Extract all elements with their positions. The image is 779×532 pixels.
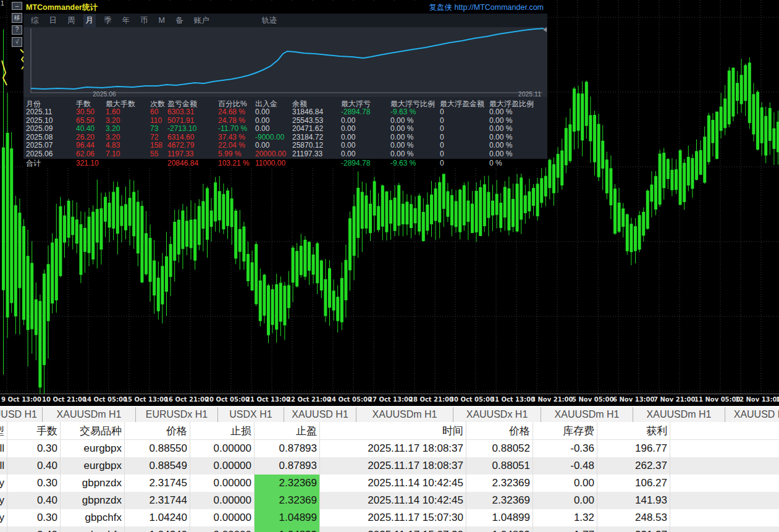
- stats-table-row[interactable]: 2025.1065.503.201105071.9124.78 %0.00255…: [23, 117, 547, 125]
- trade-cell: buy: [0, 475, 7, 492]
- trade-cell: 2025.11.14 10:42:45: [320, 475, 466, 492]
- help-button[interactable]: ?: [12, 25, 22, 35]
- trade-table-row[interactable]: buy0.30gbpchfx1.042400.000001.048992025.…: [0, 509, 779, 526]
- candle-body: [173, 222, 176, 261]
- panel-title: MTCommander统计: [26, 2, 98, 13]
- chart-tab-usdx-h1[interactable]: USDX H1: [218, 407, 284, 422]
- menu-item-轨迹[interactable]: 轨迹: [259, 14, 279, 27]
- menu-item-日[interactable]: 日: [47, 14, 60, 27]
- menu-item-季[interactable]: 季: [101, 14, 114, 27]
- candle-body: [752, 94, 755, 134]
- trade-table-row[interactable]: sell0.30eurgbpx0.885500.000000.878932025…: [0, 440, 779, 457]
- trade-cell: 时间: [320, 422, 466, 439]
- candle-body: [320, 261, 323, 290]
- stats-cell: 0: [440, 117, 489, 125]
- candle-body: [353, 206, 356, 256]
- minimize-button[interactable]: –: [12, 2, 22, 10]
- candle-body: [214, 182, 217, 221]
- trade-table-header[interactable]: 类型手数交易品种价格止损止盈时间价格库存费获利: [0, 422, 779, 440]
- trade-table-row[interactable]: sell0.40eurgbpx0.885490.000000.878932025…: [0, 457, 779, 475]
- stats-cell: 2025.11: [26, 108, 76, 117]
- chart-tab-xauusd-h1[interactable]: XAUUSD H1: [284, 407, 356, 422]
- stats-table-row[interactable]: 2025.0940.403.2073-2713.10-11.70 %0.0020…: [23, 125, 547, 133]
- candle-body: [108, 203, 111, 227]
- time-axis-label: 21 Oct 13:00: [246, 396, 290, 403]
- chart-tab-eurusdx-h1[interactable]: EURUSDx H1: [136, 407, 218, 422]
- stats-cell: -2713.10: [167, 125, 218, 133]
- stats-table-total-row[interactable]: 合计321.1020846.84103.21 %11000.00-2894.78…: [23, 159, 547, 167]
- trade-cell: 2.31744: [125, 492, 190, 509]
- time-axis[interactable]: 9 Oct 13:0010 Oct 21:0014 Oct 05:0015 Oc…: [0, 394, 779, 406]
- equity-line: [31, 28, 544, 89]
- candle-body: [251, 263, 254, 291]
- stats-table-row[interactable]: 2025.1130.501.60606303.3124.68 %0.003184…: [23, 108, 547, 117]
- time-axis-label: 12 Nov 13:00: [735, 396, 779, 403]
- chart-tab-xauusdm-h1[interactable]: XAUUSDm H1: [356, 407, 453, 422]
- candle-body: [328, 268, 331, 308]
- trade-cell: 2.32369: [255, 492, 320, 509]
- open-positions-table: 类型手数交易品种价格止损止盈时间价格库存费获利sell0.30eurgbpx0.…: [0, 422, 779, 532]
- candle-body: [177, 220, 180, 255]
- chart-tab-xauusdx-h1[interactable]: XAUUSDx H1: [453, 407, 541, 422]
- stats-cell: 最大浮盈金额: [440, 99, 489, 108]
- stats-cell: 40.40: [76, 125, 106, 133]
- chart-tab-xauusd-h1[interactable]: XAUUSD H1: [0, 407, 43, 422]
- candle-body: [503, 187, 507, 217]
- chart-tab-xauusdm-h1[interactable]: XAUUSDm H1: [43, 407, 136, 422]
- candle-body: [422, 212, 425, 241]
- candle-body: [536, 184, 539, 216]
- stats-cell: 0: [440, 141, 489, 150]
- menu-item-综[interactable]: 综: [28, 14, 41, 27]
- candle-body: [736, 83, 739, 101]
- menu-item-备[interactable]: 备: [173, 14, 186, 27]
- candle-body: [271, 289, 274, 325]
- confirm-button[interactable]: √: [12, 37, 22, 47]
- stats-cell: 0: [440, 150, 489, 159]
- chart-tab-xauusdm-h1[interactable]: XAUUSDm H1: [633, 407, 725, 422]
- candle-body: [246, 254, 250, 281]
- chart-tab-xauusd-h1[interactable]: XAUUSD H1: [725, 407, 779, 422]
- panel-titlebar[interactable]: MTCommander统计 复盘侠 http://MTCommander.com: [23, 2, 547, 14]
- candle-body: [768, 108, 772, 141]
- menu-item-月[interactable]: 月: [83, 14, 96, 27]
- stats-cell: 26.20: [76, 133, 106, 142]
- stats-cell: 0.00: [341, 117, 390, 125]
- trade-cell: 0.87893: [255, 440, 320, 457]
- trade-table-row[interactable]: buy0.40gbpnzdx2.317440.000002.323692025.…: [0, 492, 779, 509]
- candle-body: [760, 108, 764, 143]
- stats-cell: 0.00 %: [489, 125, 545, 133]
- watermark-link[interactable]: 复盘侠 http://MTCommander.com: [429, 2, 544, 13]
- candle-body: [512, 199, 515, 227]
- stats-cell: 24.68 %: [218, 108, 255, 117]
- menu-item-周[interactable]: 周: [65, 14, 78, 27]
- move-button[interactable]: 移: [12, 13, 22, 23]
- candle-body: [10, 148, 13, 303]
- stats-table-row[interactable]: 2025.0662.067.10551197.335.99 %20000.002…: [23, 150, 547, 159]
- menu-item-M[interactable]: M: [156, 15, 167, 26]
- stats-cell: 5071.91: [167, 117, 218, 125]
- stats-table-row[interactable]: 2025.0796.444.831584672.7922.04 %0.00258…: [23, 141, 547, 150]
- chart-tab-xauusdm-h1[interactable]: XAUUSDm H1: [541, 407, 633, 422]
- stats-cell: 4.83: [106, 141, 150, 150]
- trade-cell: 0.00000: [190, 526, 255, 532]
- trade-cell: 止盈: [255, 422, 320, 439]
- equity-chart[interactable]: 2025.06 2025.11: [23, 27, 547, 97]
- trade-table-row[interactable]: buy0.30gbpnzdx2.317450.000002.323692025.…: [0, 475, 779, 492]
- candle-body: [524, 195, 527, 213]
- candle-body: [597, 124, 600, 177]
- candle-body: [491, 201, 494, 216]
- stats-cell: 37.43 %: [218, 133, 255, 142]
- candle-body: [275, 284, 278, 329]
- stats-table-row[interactable]: 2025.0826.203.20726314.6037.43 %-9000.00…: [23, 133, 547, 142]
- candle-body: [695, 151, 698, 180]
- candle-body: [560, 151, 563, 186]
- candle-body: [210, 211, 213, 227]
- stats-cell: -9.63 %: [390, 159, 440, 167]
- menu-item-账户[interactable]: 账户: [191, 14, 211, 27]
- trade-table-row[interactable]: buy0.40gbpchfx1.042400.000001.048992025.…: [0, 526, 779, 532]
- menu-item-币[interactable]: 币: [138, 14, 151, 27]
- candle-body: [157, 277, 160, 311]
- stats-cell: 7.10: [106, 150, 150, 159]
- trade-cell: sell: [0, 440, 7, 457]
- menu-item-年[interactable]: 年: [120, 14, 133, 27]
